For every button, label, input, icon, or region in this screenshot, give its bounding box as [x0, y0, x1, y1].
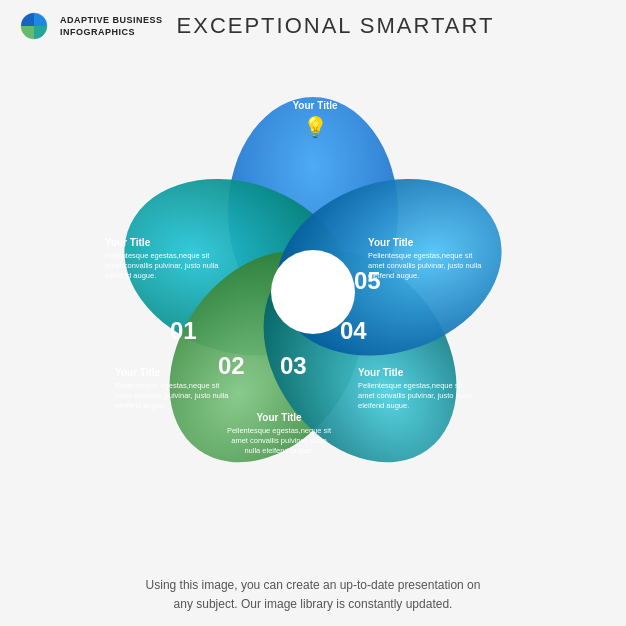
footer-line2: any subject. Our image library is consta…: [174, 597, 453, 611]
logo-icon: [20, 12, 48, 40]
flower-svg: [103, 82, 523, 502]
diagram-area: Your Title 💡 05 Your Title Pellentesque …: [0, 52, 626, 542]
svg-point-6: [271, 250, 355, 334]
footer: Using this image, you can create an up-t…: [0, 576, 626, 614]
header: ADAPTIVE BUSINESS INFOGRAPHICS EXCEPTION…: [0, 0, 626, 52]
header-logo: ADAPTIVE BUSINESS INFOGRAPHICS: [60, 15, 163, 37]
header-title: EXCEPTIONAL SMARTART: [177, 13, 495, 39]
header-logo-line2: INFOGRAPHICS: [60, 27, 163, 37]
header-logo-line1: ADAPTIVE BUSINESS: [60, 15, 163, 27]
footer-line1: Using this image, you can create an up-t…: [146, 578, 481, 592]
